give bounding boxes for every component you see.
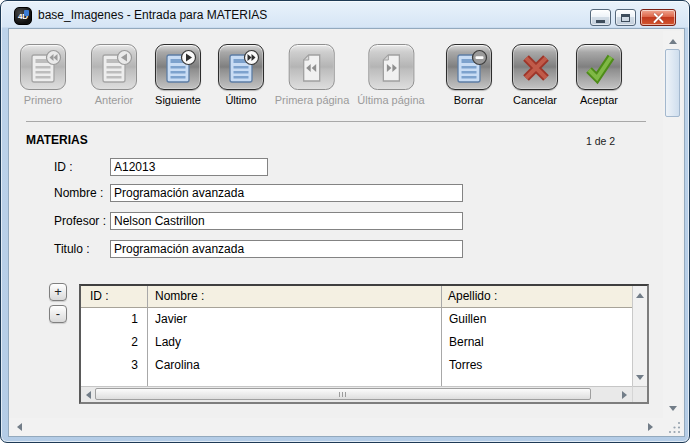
table-cell[interactable]: Lady — [148, 331, 441, 354]
left-arrow-icon — [86, 391, 91, 399]
toolbar-button-aceptar[interactable]: Aceptar — [576, 44, 622, 106]
toolbar-button-label: Siguiente — [155, 94, 201, 106]
toolbar-button-label: Primera página — [275, 94, 350, 106]
grip-dots-icon — [665, 419, 683, 435]
maximize-button[interactable] — [615, 9, 636, 26]
table-scroll-down-button[interactable] — [633, 371, 647, 383]
table-scroll-left-button[interactable] — [82, 387, 95, 402]
toolbar-button-primera-pagina: Primera página — [275, 44, 350, 106]
window-vscroll-thumb[interactable] — [665, 49, 680, 117]
window: 4D base_Imagenes - Entrada para MATERIAS — [0, 0, 690, 443]
table-header-apellido[interactable]: Apellido : — [442, 286, 632, 308]
page-first-icon — [289, 44, 335, 90]
down-arrow-icon — [669, 406, 677, 411]
app-icon: 4D — [14, 7, 32, 25]
accept-check-icon — [576, 44, 622, 90]
subform-table: ID : Nombre : Apellido : 1 2 3 Javier La… — [79, 284, 649, 404]
table-cell[interactable]: Javier — [148, 308, 441, 331]
toolbar-button-label: Primero — [20, 94, 66, 106]
doc-last-record-icon — [218, 44, 264, 90]
toolbar-button-borrar[interactable]: Borrar — [446, 44, 492, 106]
cancel-x-icon — [512, 44, 558, 90]
table-header-id[interactable]: ID : — [81, 286, 148, 308]
section-title: MATERIAS — [26, 133, 88, 147]
table-cell[interactable]: Bernal — [442, 331, 632, 354]
table-column-apellido: Guillen Bernal Torres — [442, 308, 632, 386]
caption-buttons — [590, 9, 676, 26]
close-icon — [652, 11, 665, 24]
doc-first-record-icon — [20, 44, 66, 90]
toolbar-button-cancelar[interactable]: Cancelar — [512, 44, 558, 106]
table-hscroll-thumb[interactable] — [95, 388, 591, 400]
right-arrow-icon — [622, 391, 627, 399]
record-indicator: 1 de 2 — [586, 135, 615, 147]
up-arrow-icon — [669, 39, 677, 44]
titlebar[interactable]: 4D base_Imagenes - Entrada para MATERIAS — [3, 3, 687, 29]
table-header-nombre[interactable]: Nombre : — [148, 286, 442, 308]
toolbar-button-ultimo[interactable]: Último — [218, 44, 264, 106]
id-label: ID : — [54, 160, 73, 174]
table-horizontal-scrollbar[interactable] — [81, 386, 632, 402]
table-vertical-scrollbar[interactable] — [632, 286, 647, 386]
remove-record-button[interactable]: - — [49, 305, 67, 323]
left-arrow-icon — [17, 423, 22, 431]
toolbar-button-anterior: Anterior — [91, 44, 137, 106]
minimize-icon — [596, 20, 605, 23]
window-scroll-up-button[interactable] — [663, 35, 682, 47]
profesor-input[interactable] — [110, 212, 463, 230]
doc-previous-record-icon — [91, 44, 137, 90]
toolbar-button-label: Último — [218, 94, 264, 106]
table-cell[interactable]: 1 — [81, 308, 147, 331]
doc-delete-icon — [446, 44, 492, 90]
minimize-button[interactable] — [590, 9, 611, 26]
toolbar-button-ultima-pagina: Última página — [357, 44, 424, 106]
window-scroll-right-button[interactable] — [644, 418, 657, 436]
close-button[interactable] — [640, 9, 676, 26]
table-cell[interactable]: 2 — [81, 331, 147, 354]
toolbar-separator — [26, 121, 646, 122]
profesor-label: Profesor : — [54, 214, 106, 228]
titulo-label: Titulo : — [54, 242, 90, 256]
table-column-nombre: Javier Lady Carolina — [148, 308, 442, 386]
table-cell[interactable]: 3 — [81, 354, 147, 377]
form-client-area: Primero Anterior — [9, 29, 684, 436]
toolbar-button-label: Aceptar — [576, 94, 622, 106]
toolbar-button-label: Cancelar — [512, 94, 558, 106]
right-arrow-icon — [648, 423, 653, 431]
table-column-id: 1 2 3 — [81, 308, 148, 386]
toolbar-button-label: Anterior — [91, 94, 137, 106]
table-scroll-right-button[interactable] — [618, 387, 631, 402]
add-record-button[interactable]: + — [49, 283, 67, 301]
down-arrow-icon — [636, 375, 644, 380]
window-scroll-down-button[interactable] — [663, 402, 682, 414]
page-last-icon — [368, 44, 414, 90]
titulo-input[interactable] — [110, 240, 463, 258]
window-scroll-left-button[interactable] — [13, 418, 26, 436]
table-cell[interactable]: Carolina — [148, 354, 441, 377]
table-scrollbar-corner — [632, 386, 647, 402]
window-horizontal-scrollbar[interactable] — [9, 418, 661, 436]
table-cell[interactable]: Guillen — [442, 308, 632, 331]
resize-grip[interactable] — [661, 418, 684, 436]
maximize-icon — [621, 14, 630, 22]
table-cell[interactable]: Torres — [442, 354, 632, 377]
up-arrow-icon — [636, 293, 644, 298]
nombre-input[interactable] — [110, 184, 463, 202]
toolbar-button-siguiente[interactable]: Siguiente — [155, 44, 201, 106]
table-scroll-up-button[interactable] — [633, 289, 647, 301]
toolbar-button-primero: Primero — [20, 44, 66, 106]
doc-next-record-icon — [155, 44, 201, 90]
id-input[interactable] — [110, 158, 268, 176]
window-vertical-scrollbar[interactable] — [663, 31, 682, 418]
window-title: base_Imagenes - Entrada para MATERIAS — [38, 8, 267, 22]
nombre-label: Nombre : — [54, 186, 103, 200]
toolbar-button-label: Última página — [357, 94, 424, 106]
toolbar-button-label: Borrar — [446, 94, 492, 106]
